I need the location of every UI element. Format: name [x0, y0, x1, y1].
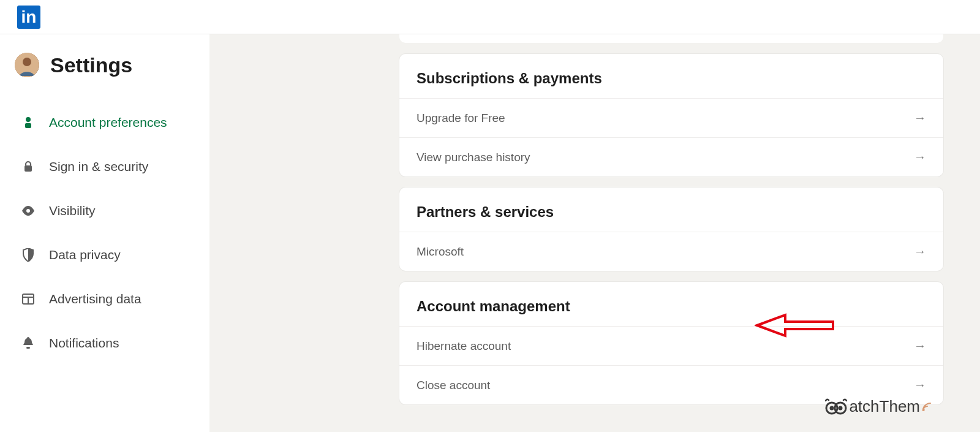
- chevron-right-icon: →: [914, 244, 926, 259]
- row-label: Close account: [417, 379, 490, 392]
- svg-point-5: [26, 209, 30, 213]
- row-hibernate-account[interactable]: Hibernate account →: [399, 326, 943, 365]
- sidebar-item-label: Account preferences: [49, 115, 167, 130]
- chevron-right-icon: →: [914, 150, 926, 164]
- row-view-purchase-history[interactable]: View purchase history →: [399, 137, 943, 176]
- svg-rect-4: [24, 165, 32, 172]
- card-account-management: Account management Hibernate account → C…: [399, 282, 943, 404]
- svg-point-1: [23, 58, 31, 66]
- shield-icon: [21, 248, 36, 262]
- chevron-right-icon: →: [914, 339, 926, 353]
- row-label: Hibernate account: [417, 339, 511, 353]
- row-upgrade-for-free[interactable]: Upgrade for Free →: [399, 98, 943, 137]
- topbar: in: [0, 0, 980, 34]
- watermark: atchThem: [824, 397, 932, 416]
- row-label: View purchase history: [417, 151, 530, 164]
- watermark-text: atchThem: [849, 397, 920, 416]
- svg-rect-9: [26, 347, 30, 349]
- sidebar-item-label: Notifications: [49, 336, 119, 351]
- sidebar-item-notifications[interactable]: Notifications: [15, 321, 209, 365]
- avatar[interactable]: [15, 53, 39, 77]
- bell-icon: [21, 337, 36, 349]
- svg-point-14: [922, 409, 925, 411]
- content: Subscriptions & payments Upgrade for Fre…: [209, 34, 980, 432]
- settings-header: Settings: [15, 53, 209, 77]
- chevron-right-icon: →: [914, 378, 926, 392]
- newspaper-icon: [21, 294, 36, 305]
- lock-icon: [21, 161, 36, 173]
- card-title: Partners & services: [399, 188, 943, 232]
- sidebar: Settings Account preferences Sign in & s…: [0, 34, 209, 432]
- avatar-image: [15, 53, 39, 77]
- svg-rect-3: [25, 123, 31, 128]
- sidebar-item-label: Sign in & security: [49, 159, 148, 174]
- sidebar-item-signin-security[interactable]: Sign in & security: [15, 145, 209, 189]
- cards-column: Subscriptions & payments Upgrade for Fre…: [399, 34, 943, 404]
- card-subscriptions-payments: Subscriptions & payments Upgrade for Fre…: [399, 54, 943, 176]
- chevron-right-icon: →: [914, 111, 926, 125]
- card-title: Subscriptions & payments: [399, 54, 943, 98]
- page-title: Settings: [50, 53, 132, 77]
- row-label: Upgrade for Free: [417, 112, 505, 125]
- svg-point-12: [830, 406, 834, 410]
- sidebar-item-advertising-data[interactable]: Advertising data: [15, 277, 209, 321]
- sidebar-item-label: Visibility: [49, 203, 95, 218]
- svg-point-13: [839, 406, 843, 410]
- row-microsoft[interactable]: Microsoft →: [399, 232, 943, 271]
- card-title: Account management: [399, 282, 943, 326]
- linkedin-logo[interactable]: in: [17, 6, 40, 29]
- layout: Settings Account preferences Sign in & s…: [0, 34, 980, 432]
- svg-point-2: [26, 117, 31, 122]
- owl-eyes-icon: [824, 398, 848, 415]
- sidebar-item-data-privacy[interactable]: Data privacy: [15, 233, 209, 277]
- signal-icon: [921, 401, 932, 412]
- row-label: Microsoft: [417, 245, 464, 259]
- sidebar-item-visibility[interactable]: Visibility: [15, 189, 209, 233]
- person-icon: [21, 116, 36, 129]
- sidebar-item-label: Data privacy: [49, 248, 121, 262]
- eye-icon: [21, 206, 36, 216]
- sidebar-item-account-preferences[interactable]: Account preferences: [15, 100, 209, 145]
- card-partial-top: [399, 34, 943, 43]
- card-partners-services: Partners & services Microsoft →: [399, 188, 943, 271]
- sidebar-item-label: Advertising data: [49, 292, 141, 306]
